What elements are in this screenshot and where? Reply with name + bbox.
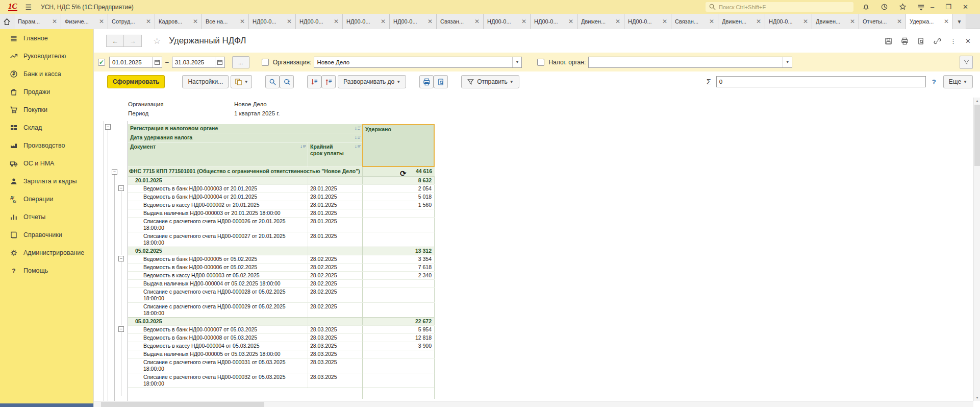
find-next-button[interactable] bbox=[280, 75, 294, 88]
document-row[interactable]: Списание с расчетного счета НД00-000027 … bbox=[128, 232, 435, 247]
amount-cell[interactable] bbox=[362, 358, 435, 373]
amount-cell[interactable] bbox=[362, 373, 435, 388]
period-checkbox[interactable]: ✓ bbox=[98, 59, 105, 66]
favorite-star-icon[interactable]: ☆ bbox=[153, 36, 161, 46]
document-row[interactable]: Ведомость в кассу НД00-000002 от 20.01.2… bbox=[128, 201, 435, 209]
document-row[interactable]: Ведомость в банк НД00-000006 от 05.02.20… bbox=[128, 263, 435, 271]
help-button[interactable]: ? bbox=[932, 78, 936, 86]
tab-9[interactable]: НД00-0...✕ bbox=[390, 14, 437, 29]
tab-close-icon[interactable]: ✕ bbox=[474, 18, 480, 25]
print-preview-button[interactable] bbox=[434, 75, 448, 88]
period-more-button[interactable]: ... bbox=[232, 56, 249, 68]
document-row[interactable]: Списание с расчетного счета НД00-000029 … bbox=[128, 302, 435, 317]
doc-cell[interactable]: Списание с расчетного счета НД00-000026 … bbox=[128, 218, 308, 232]
amount-cell[interactable]: 1 560 bbox=[362, 201, 435, 209]
tax-authority-checkbox[interactable] bbox=[537, 59, 544, 66]
hscroll-thumb[interactable] bbox=[101, 402, 264, 407]
expand-groups-button[interactable] bbox=[321, 75, 336, 88]
sort-icon[interactable]: ↓ bbox=[355, 125, 361, 131]
scroll-up-icon[interactable]: ▲ bbox=[974, 98, 980, 104]
document-row[interactable]: Ведомость в банк НД00-000008 от 05.03.20… bbox=[128, 333, 435, 342]
sidebar-item-sections[interactable]: Главное bbox=[0, 29, 93, 47]
tab-5[interactable]: Все на...✕ bbox=[202, 14, 249, 29]
due-cell[interactable]: 28.01.2025 bbox=[308, 209, 362, 217]
doc-cell[interactable]: Списание с расчетного счета НД00-000027 … bbox=[128, 232, 308, 247]
sidebar-item-production[interactable]: Производство bbox=[0, 136, 93, 154]
sort-icon[interactable]: ↓ bbox=[300, 143, 306, 149]
expander-date-group-1[interactable]: − bbox=[118, 185, 124, 191]
due-cell[interactable]: 28.01.2025 bbox=[308, 193, 362, 201]
history-icon[interactable] bbox=[881, 3, 888, 11]
collapse-groups-button[interactable] bbox=[307, 75, 321, 88]
tax-authority-combobox[interactable]: ▼ bbox=[588, 57, 792, 68]
group-amount-cell[interactable]: 8 632 bbox=[362, 177, 435, 184]
tab-close-icon[interactable]: ✕ bbox=[568, 18, 573, 25]
document-row[interactable]: Выдача наличных НД00-000003 от 20.01.202… bbox=[128, 209, 435, 217]
tab-10[interactable]: Связан...✕ bbox=[437, 14, 484, 29]
tab-close-icon[interactable]: ✕ bbox=[146, 18, 151, 25]
sidebar-item-sales[interactable]: Продажи bbox=[0, 83, 93, 101]
document-row[interactable]: Выдача наличных НД00-000005 от 05.03.202… bbox=[128, 350, 435, 358]
sidebar-item-trend[interactable]: Руководителю bbox=[0, 47, 93, 65]
tab-14[interactable]: НД00-0...✕ bbox=[624, 14, 671, 29]
due-cell[interactable]: 28.02.2025 bbox=[308, 264, 362, 271]
tab-close-icon[interactable]: ✕ bbox=[521, 18, 526, 25]
tab-3[interactable]: Сотруд...✕ bbox=[108, 14, 155, 29]
doc-cell[interactable]: Ведомость в кассу НД00-000004 от 05.03.2… bbox=[128, 342, 308, 350]
sidebar-item-assets[interactable]: ОС и НМА bbox=[0, 154, 93, 172]
settings-button[interactable]: Настройки... bbox=[182, 75, 229, 88]
tab-close-icon[interactable]: ✕ bbox=[334, 18, 339, 25]
close-report-icon[interactable]: ✕ bbox=[965, 37, 971, 45]
organization-checkbox[interactable] bbox=[262, 59, 269, 66]
document-row[interactable]: Выдача наличных НД00-000004 от 05.02.202… bbox=[128, 279, 435, 288]
amount-cell[interactable] bbox=[362, 280, 435, 288]
tab-6[interactable]: НД00-0...✕ bbox=[249, 14, 296, 29]
sidebar-item-help[interactable]: ?Помощь bbox=[0, 261, 93, 279]
tab-11[interactable]: НД00-0...✕ bbox=[484, 14, 531, 29]
sidebar-item-purchases[interactable]: Покупки bbox=[0, 101, 93, 118]
tab-overflow-caret-icon[interactable]: ▼ bbox=[953, 14, 966, 29]
tab-close-icon[interactable]: ✕ bbox=[850, 18, 855, 25]
due-cell[interactable]: 28.01.2025 bbox=[308, 218, 362, 232]
amount-cell[interactable] bbox=[362, 232, 435, 247]
total-row-fns[interactable]: ФНС 7715 КПП 771501001 (Общество с огран… bbox=[128, 167, 435, 176]
doc-cell[interactable]: Ведомость в банк НД00-000005 от 05.02.20… bbox=[128, 255, 308, 263]
document-row[interactable]: Ведомость в банк НД00-000007 от 05.03.20… bbox=[128, 325, 435, 333]
chevron-down-icon[interactable]: ▼ bbox=[512, 57, 521, 67]
amount-cell[interactable]: 5 018 bbox=[362, 193, 435, 201]
group-date-cell[interactable]: 05.02.2025 bbox=[128, 247, 308, 255]
due-cell[interactable]: 28.03.2025 bbox=[308, 334, 362, 342]
doc-cell[interactable]: Ведомость в кассу НД00-000003 от 05.02.2… bbox=[128, 272, 308, 279]
tab-close-icon[interactable]: ✕ bbox=[52, 18, 57, 25]
tab-close-icon[interactable]: ✕ bbox=[662, 18, 667, 25]
generate-button[interactable]: Сформировать bbox=[107, 75, 165, 88]
tab-close-icon[interactable]: ✕ bbox=[193, 18, 198, 25]
amount-cell[interactable] bbox=[362, 288, 435, 302]
tab-close-icon[interactable]: ✕ bbox=[240, 18, 245, 25]
tab-close-icon[interactable]: ✕ bbox=[287, 18, 292, 25]
expander-date-group-2[interactable]: − bbox=[118, 256, 124, 261]
print-button[interactable] bbox=[419, 75, 434, 88]
tab-13[interactable]: Движен...✕ bbox=[577, 14, 624, 29]
tab-close-icon[interactable]: ✕ bbox=[381, 18, 386, 25]
sidebar-item-staff[interactable]: Зарплата и кадры bbox=[0, 172, 93, 190]
due-cell[interactable]: 28.02.2025 bbox=[308, 280, 362, 288]
report-variants-button[interactable]: ▼ bbox=[231, 75, 252, 88]
tab-close-icon[interactable]: ✕ bbox=[756, 18, 761, 25]
find-button[interactable] bbox=[265, 75, 280, 88]
group-amount-cell[interactable]: 22 672 bbox=[362, 318, 435, 325]
due-cell[interactable]: 28.03.2025 bbox=[308, 326, 362, 333]
favorites-star-icon[interactable] bbox=[899, 3, 907, 11]
minimize-icon[interactable]: – bbox=[931, 3, 934, 11]
amount-cell[interactable]: 3 900 bbox=[362, 342, 435, 350]
tab-close-icon[interactable]: ✕ bbox=[428, 18, 433, 25]
sidebar-item-warehouse[interactable]: Склад bbox=[0, 118, 93, 136]
tab-18[interactable]: Движен...✕ bbox=[812, 14, 859, 29]
tab-4[interactable]: Кадров...✕ bbox=[155, 14, 202, 29]
more-button[interactable]: Еще ▼ bbox=[943, 75, 973, 88]
tab-19[interactable]: Отчеты...✕ bbox=[859, 14, 906, 29]
tab-close-icon[interactable]: ✕ bbox=[709, 18, 714, 25]
expander-root[interactable]: − bbox=[105, 124, 111, 130]
nav-forward-button[interactable]: → bbox=[124, 35, 142, 47]
document-row[interactable]: Ведомость в банк НД00-000004 от 20.01.20… bbox=[128, 193, 435, 201]
